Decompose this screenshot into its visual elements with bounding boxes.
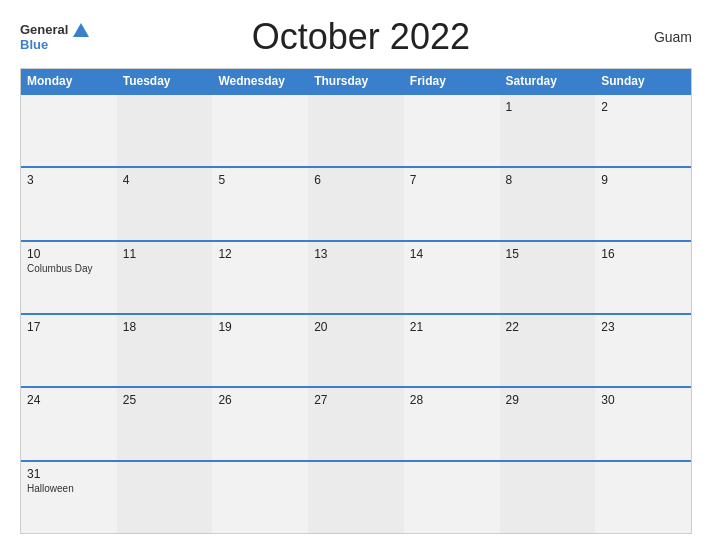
calendar-cell (117, 95, 213, 166)
calendar-header-row: MondayTuesdayWednesdayThursdayFridaySatu… (21, 69, 691, 93)
weekday-header-thursday: Thursday (308, 69, 404, 93)
calendar-cell: 23 (595, 315, 691, 386)
calendar-cell: 28 (404, 388, 500, 459)
weekday-header-wednesday: Wednesday (212, 69, 308, 93)
calendar-cell (212, 462, 308, 533)
day-number: 25 (123, 393, 207, 407)
calendar-cell: 29 (500, 388, 596, 459)
region-label: Guam (632, 29, 692, 45)
calendar-cell: 27 (308, 388, 404, 459)
weekday-header-tuesday: Tuesday (117, 69, 213, 93)
calendar-cell: 14 (404, 242, 500, 313)
calendar-cell: 30 (595, 388, 691, 459)
day-event: Columbus Day (27, 263, 111, 274)
weekday-header-saturday: Saturday (500, 69, 596, 93)
calendar-cell (595, 462, 691, 533)
weekday-header-monday: Monday (21, 69, 117, 93)
calendar-cell (21, 95, 117, 166)
calendar-body: 12345678910Columbus Day11121314151617181… (21, 93, 691, 533)
calendar-cell: 22 (500, 315, 596, 386)
logo-general: General (20, 22, 68, 37)
day-number: 6 (314, 173, 398, 187)
day-number: 12 (218, 247, 302, 261)
calendar-cell: 10Columbus Day (21, 242, 117, 313)
calendar-cell: 6 (308, 168, 404, 239)
calendar-cell: 20 (308, 315, 404, 386)
day-number: 1 (506, 100, 590, 114)
day-number: 18 (123, 320, 207, 334)
calendar-cell: 16 (595, 242, 691, 313)
day-number: 16 (601, 247, 685, 261)
calendar-cell (212, 95, 308, 166)
calendar-grid: MondayTuesdayWednesdayThursdayFridaySatu… (20, 68, 692, 534)
day-number: 24 (27, 393, 111, 407)
header: General Blue October 2022 Guam (20, 16, 692, 58)
calendar-row-2: 10Columbus Day111213141516 (21, 240, 691, 313)
calendar-title: October 2022 (90, 16, 632, 58)
day-number: 11 (123, 247, 207, 261)
calendar-row-0: 12 (21, 93, 691, 166)
logo: General Blue (20, 22, 90, 53)
calendar-cell: 11 (117, 242, 213, 313)
calendar-cell (117, 462, 213, 533)
weekday-header-friday: Friday (404, 69, 500, 93)
logo-blue: Blue (20, 37, 48, 52)
day-number: 29 (506, 393, 590, 407)
day-number: 22 (506, 320, 590, 334)
day-number: 31 (27, 467, 111, 481)
day-number: 19 (218, 320, 302, 334)
day-number: 17 (27, 320, 111, 334)
calendar-cell: 13 (308, 242, 404, 313)
day-number: 5 (218, 173, 302, 187)
calendar-cell: 1 (500, 95, 596, 166)
calendar-row-5: 31Halloween (21, 460, 691, 533)
day-number: 13 (314, 247, 398, 261)
day-number: 4 (123, 173, 207, 187)
day-number: 2 (601, 100, 685, 114)
day-event: Halloween (27, 483, 111, 494)
svg-marker-0 (73, 23, 89, 37)
calendar-cell: 2 (595, 95, 691, 166)
calendar-cell: 9 (595, 168, 691, 239)
calendar-cell: 25 (117, 388, 213, 459)
calendar-cell: 17 (21, 315, 117, 386)
logo-text: General (20, 22, 90, 38)
calendar-cell: 4 (117, 168, 213, 239)
calendar-page: General Blue October 2022 Guam MondayTue… (0, 0, 712, 550)
logo-flag-icon (73, 23, 89, 37)
calendar-cell (308, 462, 404, 533)
calendar-cell: 19 (212, 315, 308, 386)
calendar-cell: 7 (404, 168, 500, 239)
calendar-cell: 12 (212, 242, 308, 313)
calendar-cell: 15 (500, 242, 596, 313)
day-number: 23 (601, 320, 685, 334)
calendar-cell: 18 (117, 315, 213, 386)
day-number: 20 (314, 320, 398, 334)
calendar-cell: 31Halloween (21, 462, 117, 533)
calendar-cell: 3 (21, 168, 117, 239)
day-number: 28 (410, 393, 494, 407)
day-number: 30 (601, 393, 685, 407)
weekday-header-sunday: Sunday (595, 69, 691, 93)
calendar-cell: 26 (212, 388, 308, 459)
calendar-cell: 8 (500, 168, 596, 239)
calendar-cell (404, 462, 500, 533)
calendar-cell (308, 95, 404, 166)
day-number: 27 (314, 393, 398, 407)
day-number: 3 (27, 173, 111, 187)
calendar-row-1: 3456789 (21, 166, 691, 239)
day-number: 9 (601, 173, 685, 187)
day-number: 26 (218, 393, 302, 407)
calendar-cell: 5 (212, 168, 308, 239)
day-number: 15 (506, 247, 590, 261)
calendar-cell: 24 (21, 388, 117, 459)
calendar-row-4: 24252627282930 (21, 386, 691, 459)
day-number: 8 (506, 173, 590, 187)
calendar-cell (404, 95, 500, 166)
day-number: 7 (410, 173, 494, 187)
day-number: 14 (410, 247, 494, 261)
day-number: 21 (410, 320, 494, 334)
calendar-cell (500, 462, 596, 533)
calendar-row-3: 17181920212223 (21, 313, 691, 386)
calendar-cell: 21 (404, 315, 500, 386)
